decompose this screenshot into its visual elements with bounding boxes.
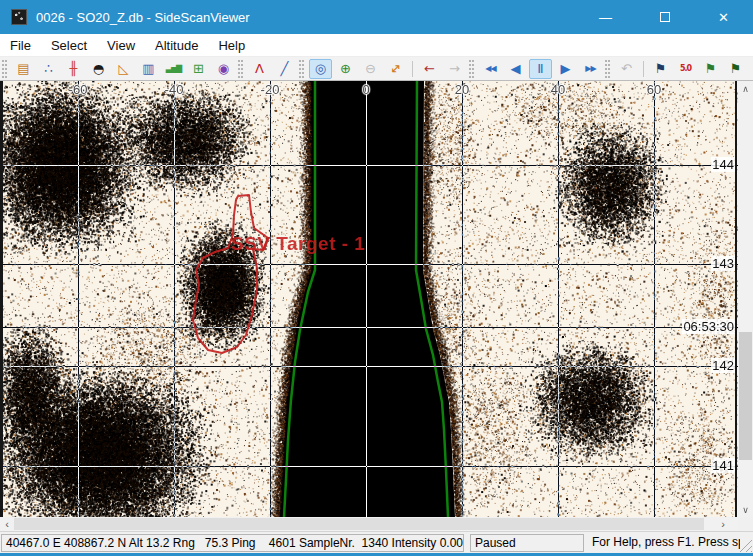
zoom-fit-icon: ↔: [387, 60, 404, 77]
fast-rewind-icon: ◀◀: [485, 65, 495, 73]
status-coordinates: 40467.0 E 408867.2 N Alt 13.2 Rng 75.3 P…: [1, 534, 464, 552]
minimize-button[interactable]: —: [576, 0, 635, 34]
previous-view-icon: ←: [424, 62, 435, 75]
axis-label-top: 20: [455, 82, 469, 97]
previous-view-button[interactable]: ←: [418, 59, 441, 79]
coverage-semicircle-button[interactable]: ◓: [87, 59, 110, 79]
scroll-down-icon[interactable]: ∨: [738, 502, 753, 517]
zoom-select-button[interactable]: ◎: [309, 59, 332, 79]
play-forward-icon: ▶: [561, 62, 571, 75]
measure-tool-icon: ╱: [281, 62, 289, 75]
angle-tool-button[interactable]: ◺: [112, 59, 135, 79]
axis-label-top: 0: [362, 82, 369, 97]
mark-target-dark-icon: ⚑: [730, 62, 742, 75]
track-plot-button[interactable]: ∴: [37, 59, 60, 79]
menu-file[interactable]: File: [0, 35, 41, 56]
sonar-viewport[interactable]: -60-40-20020406014414306:53:30142141 SSV…: [0, 81, 738, 517]
fast-rewind-button[interactable]: ◀◀: [479, 59, 502, 79]
compass-tool-icon: Λ: [255, 62, 264, 75]
axis-label-right: 144: [711, 157, 735, 172]
next-view-button: →: [443, 59, 466, 79]
coverage-semicircle-icon: ◓: [93, 62, 104, 75]
zoom-out-icon: ⊖: [365, 62, 376, 75]
menu-help[interactable]: Help: [208, 35, 255, 56]
toolbar: ▤∴╫◓◺▥▃▅▇⊞◉Λ╱◎⊕⊖↔←→◀◀◀Ⅱ▶▶▶↶⚑5.0⚑⚑⚑✎▌: [0, 57, 753, 81]
gain-controls-icon: ╫: [70, 62, 78, 75]
measure-tool-button[interactable]: ╱: [273, 59, 296, 79]
toolbar-grip[interactable]: [469, 60, 474, 78]
menu-view[interactable]: View: [97, 35, 145, 56]
undo-button: ↶: [615, 59, 638, 79]
status-playback-state: Paused: [470, 534, 584, 552]
speed-50-button[interactable]: 5.0: [674, 59, 697, 79]
signal-histogram-icon: ▃▅▇: [166, 65, 181, 73]
axis-label-top: 60: [647, 82, 661, 97]
zoom-in-button[interactable]: ⊕: [334, 59, 357, 79]
minimize-icon: —: [599, 10, 612, 25]
track-plot-icon: ∴: [44, 62, 52, 75]
axis-label-right: 142: [711, 358, 735, 373]
pause-button[interactable]: Ⅱ: [529, 59, 552, 79]
signal-histogram-button[interactable]: ▃▅▇: [162, 59, 185, 79]
fast-forward-button[interactable]: ▶▶: [579, 59, 602, 79]
target-flag-gray-button[interactable]: ⚑: [749, 59, 753, 79]
menu-select[interactable]: Select: [41, 35, 97, 56]
target-flag-icon: ⚑: [655, 62, 667, 75]
menu-altitude[interactable]: Altitude: [145, 35, 208, 56]
image-view-button[interactable]: ▤: [12, 59, 35, 79]
data-table-button[interactable]: ⊞: [187, 59, 210, 79]
status-bar: 40467.0 E 408867.2 N Alt 13.2 Rng 75.3 P…: [0, 531, 753, 553]
app-icon: [11, 9, 27, 25]
menu-bar: File Select View Altitude Help: [0, 34, 753, 57]
close-icon: ✕: [718, 10, 729, 25]
mark-target-green-icon: ⚑: [705, 62, 717, 75]
maximize-icon: [660, 12, 670, 22]
axis-label-right: 06:53:30: [682, 319, 735, 334]
axis-label-top: -20: [261, 82, 280, 97]
axis-label-right: 143: [711, 256, 735, 271]
data-table-icon: ⊞: [193, 62, 204, 75]
axis-label-top: -60: [69, 82, 88, 97]
mark-target-green-button[interactable]: ⚑: [699, 59, 722, 79]
axis-label-right: 141: [711, 458, 735, 473]
toolbar-grip[interactable]: [238, 60, 243, 78]
scrollbar-corner: [738, 517, 753, 531]
zoom-fit-button[interactable]: ↔: [384, 59, 407, 79]
vertical-scroll-thumb[interactable]: [739, 332, 752, 460]
scroll-right-icon[interactable]: ›: [716, 517, 730, 531]
toolbar-grip[interactable]: [605, 60, 610, 78]
window-title: 0026 - SO20_Z.db - SideScanViewer: [36, 10, 576, 25]
axis-label-top: -40: [165, 82, 184, 97]
toolbar-separator: [412, 61, 413, 77]
compass-tool-button[interactable]: Λ: [248, 59, 271, 79]
sidescanviewer-window: 0026 - SO20_Z.db - SideScanViewer — ✕ Fi…: [0, 0, 753, 556]
maximize-button[interactable]: [635, 0, 694, 34]
horizontal-scroll-thumb[interactable]: [14, 518, 704, 530]
gain-controls-button[interactable]: ╫: [62, 59, 85, 79]
column-view-icon: ▥: [142, 62, 154, 75]
fast-forward-icon: ▶▶: [585, 65, 595, 73]
target-annotation-label[interactable]: SSV Target - 1: [231, 233, 365, 255]
horizontal-scrollbar[interactable]: ‹ ›: [0, 517, 738, 531]
play-backward-button[interactable]: ◀: [504, 59, 527, 79]
axis-label-top: 40: [551, 82, 565, 97]
color-palette-button[interactable]: ◉: [212, 59, 235, 79]
play-backward-icon: ◀: [511, 62, 521, 75]
target-flag-button[interactable]: ⚑: [649, 59, 672, 79]
scroll-up-icon[interactable]: ∧: [738, 81, 753, 96]
column-view-button[interactable]: ▥: [137, 59, 160, 79]
sonar-waterfall-image[interactable]: [0, 81, 738, 517]
color-palette-icon: ◉: [218, 62, 229, 75]
toolbar-separator: [643, 61, 644, 77]
mark-target-dark-button[interactable]: ⚑: [724, 59, 747, 79]
toolbar-grip[interactable]: [299, 60, 304, 78]
resize-grip[interactable]: [738, 538, 752, 552]
vertical-scrollbar[interactable]: ∧ ∨: [738, 81, 753, 517]
toolbar-grip[interactable]: [2, 60, 7, 78]
close-button[interactable]: ✕: [694, 0, 753, 34]
play-forward-button[interactable]: ▶: [554, 59, 577, 79]
undo-icon: ↶: [621, 62, 632, 75]
scroll-left-icon[interactable]: ‹: [0, 517, 14, 531]
zoom-in-icon: ⊕: [340, 62, 351, 75]
speed-50-icon: 5.0: [680, 65, 691, 73]
